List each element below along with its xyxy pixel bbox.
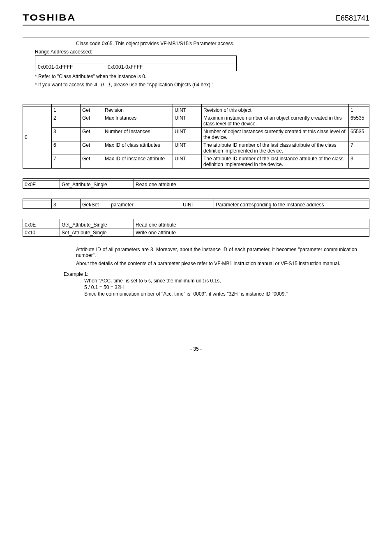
cell: 1 [52,106,81,114]
cell: 3 [52,201,81,209]
cell: Parameter corresponding to the Instance … [214,201,369,209]
table-row: 0x0001-0xFFFF 0x0001-0xFFFF [35,63,237,71]
cell: 0x0E [23,221,60,229]
paragraph: About the details of the contents of a p… [76,261,357,266]
table-row: 0x0E Get_Attribute_Single Read one attri… [23,181,369,189]
cell: Max ID of instance attribute [103,155,173,169]
cell: Get_Attribute_Single [60,181,134,189]
cell: 3 [52,128,81,141]
example-line: When "ACC. time" is set to 5 s, since th… [84,278,369,284]
cell: 0x0001-0xFFFF [35,63,105,71]
table-row: 0x0E Get_Attribute_Single Read one attri… [23,221,369,229]
example-line: 5 / 0.1 = 50 = 32H [84,284,369,290]
cell: Get [81,106,103,114]
cell: Read one attribute [134,221,369,229]
cell: 3 [349,155,369,169]
cell: Get_Attribute_Single [60,221,134,229]
table-row: 3 Get/Set parameter UINT Parameter corre… [23,201,369,209]
cell [23,201,52,209]
cell: 0x0E [23,181,60,189]
paragraph: Attribute ID of all parameters are 3. Mo… [76,247,357,258]
cell: 6 [52,141,81,155]
cell: Max Instances [103,114,173,128]
cell: 2 [52,114,81,128]
cell: Number of object instances currently cre… [202,128,349,141]
cell: Read one attribute [134,181,369,189]
intro-text: Class code 0x65. This object provides VF… [76,41,369,46]
cell: Maximum instance number of an object cur… [202,114,349,128]
table-row [35,56,237,63]
cell: parameter [109,201,181,209]
cell: The attribute ID number of the last inst… [202,155,349,169]
cell: Get [81,155,103,169]
cell: UINT [173,114,202,128]
cell: 65535 [349,114,369,128]
cell: UINT [173,141,202,155]
note-post: , please use the "Application Objects (6… [111,82,214,88]
cell: UINT [181,201,214,209]
note-line: * If you want to access the A U 1, pleas… [35,82,369,88]
cell: 0x0001-0xFFFF [105,63,237,71]
brand-logo: TOSHIBA [23,12,76,23]
cell: Get [81,114,103,128]
range-label: Range Address accessed: [35,49,369,55]
cell [35,56,105,63]
cell: 7 [349,141,369,155]
instance-cell: 0 [23,106,52,169]
table-row: 0x10 Set_Attribute_Single Write one attr… [23,229,369,237]
table-row: 7 Get Max ID of instance attribute UINT … [23,155,369,169]
cell: Get [81,128,103,141]
cell: Write one attribute [134,229,369,237]
example-line: Since the communication umber of "Acc. t… [84,291,369,297]
cell: 1 [349,106,369,114]
class-attributes-table: 0 1 Get Revision UINT Revision of this o… [23,104,369,169]
cell: Get [81,141,103,155]
range-table: 0x0001-0xFFFF 0x0001-0xFFFF [35,56,237,71]
doc-number: E6581741 [336,14,369,23]
note-pre: * If you want to access the [35,82,94,88]
cell: Revision [103,106,173,114]
cell: Number of Instances [103,128,173,141]
table-row: 6 Get Max ID of class attributes UINT Th… [23,141,369,155]
table-row: 2 Get Max Instances UINT Maximum instanc… [23,114,369,128]
cell: The attribute ID number of the last clas… [202,141,349,155]
sub-rule [23,37,369,37]
cell: Max ID of class attributes [103,141,173,155]
cell: UINT [173,106,202,114]
cell: Revision of this object [202,106,349,114]
note-line: * Refer to "Class Attributes" when the i… [35,74,369,79]
cell: 7 [52,155,81,169]
header-bar: TOSHIBA E6581741 [23,12,369,25]
seg-display: A U 1 [94,82,111,88]
cell: UINT [173,128,202,141]
cell: Get/Set [81,201,109,209]
instance-attr-table: 3 Get/Set parameter UINT Parameter corre… [23,199,369,209]
cell [105,56,237,63]
example-head: Example 1: [64,271,369,277]
cell: 0x10 [23,229,60,237]
table-row: 0 1 Get Revision UINT Revision of this o… [23,106,369,114]
services-table-b: 0x0E Get_Attribute_Single Read one attri… [23,219,369,237]
table-row: 3 Get Number of Instances UINT Number of… [23,128,369,141]
services-table-a: 0x0E Get_Attribute_Single Read one attri… [23,178,369,189]
cell: UINT [173,155,202,169]
cell: 65535 [349,128,369,141]
page-footer: - 35 - [23,346,369,352]
cell: Set_Attribute_Single [60,229,134,237]
